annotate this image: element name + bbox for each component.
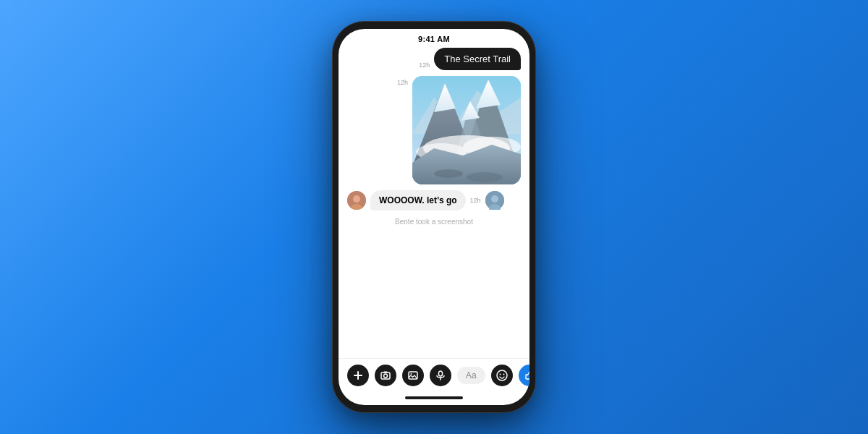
message-input[interactable]: Aa [457, 367, 485, 384]
svg-rect-24 [384, 372, 388, 373]
mountain-image[interactable] [412, 76, 521, 184]
chat-area: 12h The Secret Trail 12h [339, 45, 529, 358]
svg-point-31 [503, 374, 504, 375]
bubble-secret-trail: The Secret Trail [434, 48, 521, 70]
plus-button[interactable] [347, 365, 369, 386]
home-bar [405, 396, 463, 399]
svg-point-15 [353, 195, 360, 203]
svg-point-18 [491, 195, 498, 203]
avatar-sender [347, 191, 366, 210]
microphone-button[interactable] [430, 365, 451, 386]
svg-point-29 [497, 370, 507, 380]
image-time: 12h [397, 79, 408, 86]
message-incoming-text: WOOOOW. let’s go 12h [347, 190, 521, 210]
status-bar: 9:41 AM [339, 29, 529, 45]
emoji-button[interactable] [491, 365, 513, 386]
message-outgoing-text: 12h The Secret Trail [347, 48, 521, 70]
input-placeholder: Aa [466, 370, 477, 380]
svg-point-30 [499, 374, 501, 375]
thumbs-up-button[interactable] [519, 365, 529, 386]
bubble-incoming: WOOOOW. let’s go [370, 190, 466, 210]
incoming-time: 12h [470, 197, 481, 204]
svg-point-23 [384, 374, 388, 378]
home-indicator [339, 392, 529, 405]
phone-screen: 9:41 AM 12h The Secret Trail 12h [339, 29, 529, 405]
camera-button[interactable] [375, 365, 396, 386]
avatar-right [485, 191, 504, 210]
phone-mockup: 9:41 AM 12h The Secret Trail 12h [333, 22, 535, 412]
status-time: 9:41 AM [418, 35, 450, 43]
image-button[interactable] [402, 365, 424, 386]
message-time-1: 12h [419, 61, 430, 69]
message-outgoing-image: 12h [347, 76, 521, 184]
svg-rect-27 [439, 371, 443, 376]
svg-point-13 [467, 172, 503, 182]
screenshot-notice: Bente took a screenshot [347, 216, 521, 227]
svg-point-26 [411, 373, 412, 375]
toolbar: Aa [339, 358, 529, 392]
svg-point-12 [434, 169, 463, 178]
